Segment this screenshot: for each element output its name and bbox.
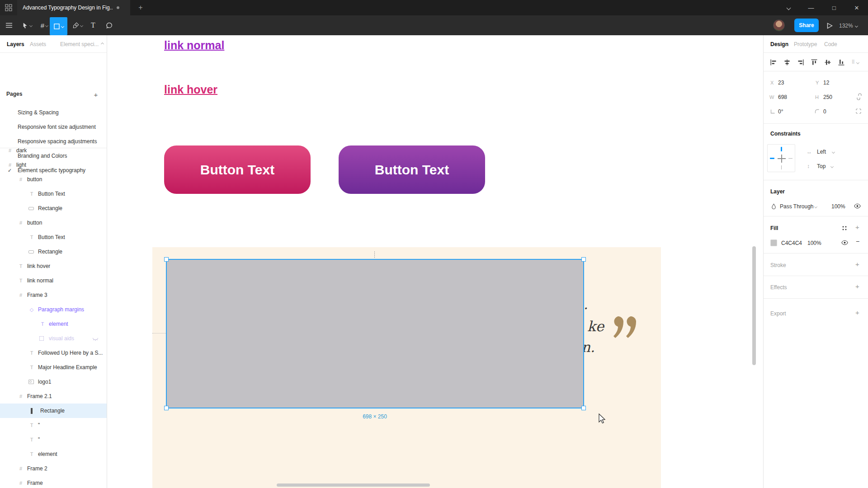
rotation-value[interactable]: 0° [778, 108, 783, 115]
align-vertical-center-icon[interactable] [824, 59, 831, 66]
new-tab-button[interactable]: + [134, 0, 147, 15]
independent-corners-icon[interactable] [855, 108, 862, 114]
horizontal-constraint-value[interactable]: Left [817, 149, 826, 155]
minimize-button[interactable]: — [803, 0, 819, 15]
blend-mode-icon[interactable] [771, 203, 777, 210]
tab-layers[interactable]: Layers [7, 35, 24, 53]
link-normal-text[interactable]: link normal [164, 39, 224, 52]
text-tool[interactable]: T [87, 15, 99, 35]
share-button[interactable]: Share [794, 19, 819, 32]
layer-row[interactable]: #Frame [0, 476, 107, 488]
constraint-top-tick[interactable] [781, 147, 782, 151]
eye-icon[interactable] [854, 203, 861, 209]
link-hover-text[interactable]: link hover [164, 83, 217, 96]
layer-row[interactable]: Tlink normal [0, 273, 107, 288]
resize-handle-sw[interactable] [164, 406, 169, 410]
layer-row[interactable]: logo1 [0, 375, 107, 389]
maximize-button[interactable]: □ [826, 0, 842, 15]
page-item[interactable]: Responsive spacing adjustments [0, 134, 107, 149]
figma-home-button[interactable] [0, 0, 17, 15]
close-button[interactable]: ✕ [849, 0, 865, 15]
fill-hex-value[interactable]: C4C4C4 [781, 240, 802, 246]
layer-row[interactable]: Rectangle [0, 201, 107, 216]
page-item[interactable]: Sizing & Spacing [0, 105, 107, 120]
align-bottom-icon[interactable] [838, 59, 845, 66]
layer-row[interactable]: Rectangle [0, 244, 107, 259]
layer-row[interactable]: TButton Text [0, 187, 107, 201]
layer-row[interactable]: Tlink hover [0, 259, 107, 273]
align-top-icon[interactable] [811, 59, 818, 66]
pink-gradient-button[interactable]: Button Text [164, 145, 311, 194]
selected-rectangle[interactable] [166, 259, 584, 408]
layer-row-hidden[interactable]: visual aids [0, 331, 107, 346]
align-left-icon[interactable] [770, 59, 777, 66]
page-item[interactable]: Responsive font size adjustment [0, 120, 107, 134]
quotation-mark-graphic[interactable] [612, 314, 637, 343]
resize-handle-ne[interactable] [581, 257, 586, 262]
y-value[interactable]: 12 [823, 80, 829, 86]
layer-row[interactable]: Telement [0, 447, 107, 461]
layer-row[interactable]: #light [0, 158, 107, 172]
document-tab[interactable]: Advanced Typography Design in Fig... [17, 0, 130, 15]
height-value[interactable]: 250 [823, 94, 832, 100]
constraint-left-tick[interactable] [770, 158, 774, 159]
layer-row[interactable]: #dark [0, 148, 107, 158]
add-page-button[interactable]: + [91, 91, 100, 99]
layer-opacity-value[interactable]: 100% [831, 203, 845, 210]
layer-row[interactable]: #button [0, 172, 107, 187]
canvas[interactable]: link normal link hover Button Text Butto… [108, 35, 763, 488]
present-button[interactable] [825, 21, 835, 31]
tab-assets[interactable]: Assets [30, 35, 46, 53]
vertical-constraint-value[interactable]: Top [817, 163, 826, 169]
layer-row[interactable]: TMajor Headline Example [0, 360, 107, 375]
add-export-button[interactable]: + [855, 309, 859, 316]
zoom-menu[interactable]: 132% [839, 21, 858, 31]
add-fill-button[interactable]: + [855, 223, 859, 231]
vertical-scrollbar[interactable] [752, 246, 756, 365]
align-horizontal-center-icon[interactable] [783, 59, 791, 66]
fill-opacity-value[interactable]: 100% [807, 240, 821, 246]
layer-row[interactable]: TFollowed Up Here by a S... [0, 346, 107, 360]
comment-tool[interactable] [102, 15, 116, 35]
layer-row[interactable]: #Frame 3 [0, 288, 107, 302]
remove-fill-button[interactable]: − [856, 238, 859, 245]
x-value[interactable]: 23 [778, 80, 784, 86]
resize-handle-nw[interactable] [164, 257, 169, 262]
resize-handle-se[interactable] [581, 406, 586, 410]
corner-radius-value[interactable]: 0 [823, 108, 826, 115]
window-menu-button[interactable] [780, 0, 797, 15]
tab-prototype[interactable]: Prototype [794, 35, 817, 53]
layer-row-selected[interactable]: Rectangle [0, 404, 107, 418]
main-menu-button[interactable] [3, 15, 15, 35]
eye-icon[interactable] [841, 240, 848, 245]
pen-tool[interactable] [70, 15, 86, 35]
layer-row[interactable]: TButton Text [0, 230, 107, 244]
fill-color-swatch[interactable] [770, 239, 777, 246]
add-stroke-button[interactable]: + [855, 260, 859, 268]
layer-row-component[interactable]: ◇Paragraph margins [0, 302, 107, 317]
constrain-proportions-icon[interactable] [855, 93, 862, 100]
layer-row[interactable]: T" [0, 432, 107, 447]
divider [764, 276, 868, 276]
layer-row[interactable]: #Frame 2.1 [0, 389, 107, 404]
layer-row[interactable]: #button [0, 216, 107, 230]
layer-row[interactable]: T" [0, 418, 107, 432]
shape-tool-selected[interactable] [50, 17, 67, 35]
layer-row[interactable]: #Frame 2 [0, 461, 107, 476]
eye-off-icon[interactable] [92, 336, 99, 341]
align-right-icon[interactable] [797, 59, 804, 66]
distribute-menu[interactable]: 𝄁𝄁 [852, 59, 859, 65]
tab-code[interactable]: Code [824, 35, 837, 53]
move-tool[interactable] [19, 15, 34, 35]
purple-gradient-button[interactable]: Button Text [339, 145, 485, 194]
constraints-widget[interactable] [767, 144, 795, 172]
fill-styles-icon[interactable] [842, 225, 847, 231]
tab-current-page[interactable]: Element speci... [60, 35, 104, 53]
avatar[interactable] [773, 19, 785, 31]
horizontal-scrollbar[interactable] [277, 483, 430, 487]
width-value[interactable]: 698 [778, 94, 787, 100]
tab-design[interactable]: Design [770, 35, 788, 53]
add-effect-button[interactable]: + [855, 282, 859, 290]
layer-row[interactable]: Telement [0, 317, 107, 331]
blend-mode-value[interactable]: Pass Through [780, 203, 814, 210]
